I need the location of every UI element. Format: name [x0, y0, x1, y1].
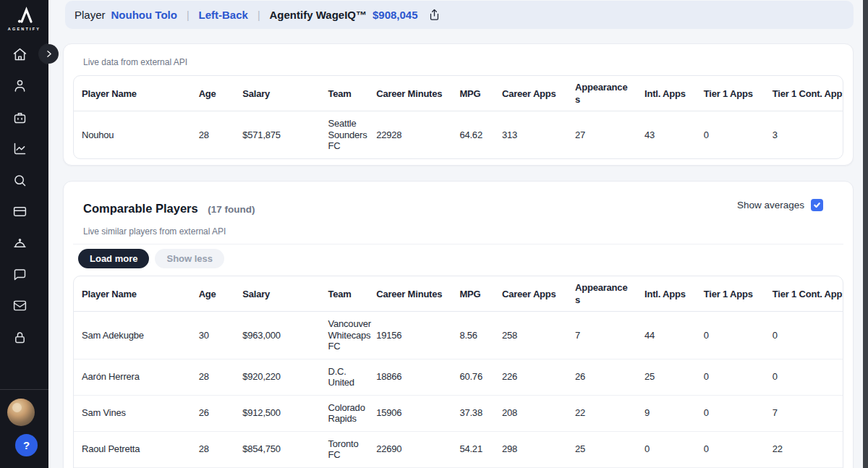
table-cell: 3: [765, 111, 843, 158]
app-logo-text: AGENTIFY: [0, 27, 48, 31]
separator: |: [187, 9, 190, 21]
column-header: MPG: [451, 76, 494, 111]
column-header: Appearances: [567, 76, 637, 111]
share-button[interactable]: [428, 9, 441, 21]
live-data-subtitle: Live data from external API: [83, 57, 843, 67]
table-cell: 22: [567, 395, 637, 431]
column-header: Tier 1 Apps: [696, 276, 765, 312]
comparable-players-count: (17 found): [208, 204, 255, 215]
table-cell: 313: [494, 111, 567, 158]
sidebar-divider: [0, 389, 48, 390]
sidebar-item-search[interactable]: [7, 167, 33, 193]
credit-card-icon: [12, 204, 27, 219]
column-header: Career Minutes: [368, 76, 451, 111]
table-header-row: Player NameAgeSalaryTeamCareer MinutesMP…: [74, 276, 843, 312]
column-header: Tier 1 Cont. Apps: [765, 276, 843, 312]
table-cell: Toronto FC: [320, 431, 369, 467]
table-cell: $854,750: [234, 431, 320, 467]
sidebar-item-security[interactable]: [7, 324, 33, 350]
table-cell: 7: [567, 312, 637, 359]
player-name-link[interactable]: Nouhou Tolo: [111, 9, 177, 21]
table-cell: Nouhou: [74, 111, 191, 158]
table-cell: 0: [696, 312, 765, 359]
table-cell: 54.21: [451, 431, 494, 467]
sidebar-collapse-button[interactable]: [39, 44, 59, 64]
divider: [73, 244, 843, 244]
table-cell: 18866: [368, 359, 451, 395]
bot-icon: [12, 110, 27, 125]
table-cell: $571,875: [234, 111, 320, 158]
table-cell: D.C. United: [320, 359, 369, 395]
sidebar-item-players[interactable]: [7, 72, 33, 98]
table-cell: 0: [637, 431, 696, 467]
sidebar-item-billing[interactable]: [7, 198, 33, 224]
table-cell: 28: [191, 431, 235, 467]
separator: |: [258, 9, 260, 21]
table-cell: 0: [765, 312, 843, 359]
column-header: Tier 1 Apps: [696, 76, 765, 111]
player-table: Player NameAgeSalaryTeamCareer MinutesMP…: [74, 76, 843, 158]
load-more-button[interactable]: Load more: [78, 249, 149, 268]
table-row: Aarón Herrera28$920,220D.C. United188666…: [74, 359, 843, 395]
sidebar-item-agent[interactable]: [7, 104, 33, 130]
sidebar: AGENTIFY ?: [0, 0, 48, 468]
table-cell: 8.56: [451, 312, 494, 359]
sidebar-item-chat[interactable]: [7, 261, 33, 287]
column-header: Intl. Apps: [637, 276, 696, 312]
help-button[interactable]: ?: [15, 434, 38, 456]
comparable-table-container: Player NameAgeSalaryTeamCareer MinutesMP…: [73, 276, 843, 468]
column-header: Tier 1 Cont. Apps: [765, 76, 843, 111]
column-header: Appearances: [567, 276, 637, 312]
table-cell: 28: [191, 359, 235, 395]
player-summary-bar: Player Nouhou Tolo | Left-Back | Agentif…: [65, 1, 854, 29]
table-cell: 258: [494, 312, 567, 359]
table-cell: 60.76: [451, 359, 494, 395]
table-cell: Colorado Rapids: [320, 395, 369, 431]
user-icon: [12, 78, 27, 93]
comparable-players-header: Comparable Players (17 found) Show avera…: [83, 182, 833, 217]
position-link[interactable]: Left-Back: [199, 9, 248, 21]
app-logo: AGENTIFY: [0, 6, 48, 31]
column-header: Age: [191, 276, 235, 312]
column-header: Intl. Apps: [637, 76, 696, 111]
column-header: Career Minutes: [368, 276, 451, 312]
table-cell: 15906: [368, 395, 451, 431]
table-cell: 26: [567, 359, 637, 395]
sidebar-item-inbox[interactable]: [7, 292, 33, 318]
table-cell: 26: [191, 395, 235, 431]
table-cell: 22928: [368, 111, 451, 158]
show-averages-checkbox[interactable]: [811, 199, 823, 211]
wage-value-link[interactable]: $908,045: [373, 9, 418, 21]
comparable-players-title: Comparable Players: [83, 202, 198, 215]
sidebar-item-analytics[interactable]: [7, 135, 33, 161]
share-icon: [428, 9, 441, 21]
vertical-scrollbar[interactable]: [863, 0, 868, 468]
table-cell: 64.62: [451, 111, 494, 158]
show-less-button[interactable]: Show less: [155, 249, 224, 268]
table-cell: 28: [191, 111, 235, 158]
table-cell: 19156: [368, 312, 451, 359]
table-cell: 25: [567, 431, 637, 467]
table-header-row: Player NameAgeSalaryTeamCareer MinutesMP…: [74, 76, 843, 111]
checkmark-icon: [813, 201, 821, 209]
sidebar-item-notifications[interactable]: [7, 230, 33, 256]
table-cell: 7: [765, 395, 843, 431]
column-header: Career Apps: [494, 76, 567, 111]
column-header: Salary: [234, 76, 320, 111]
table-cell: 30: [191, 312, 235, 359]
table-cell: Seattle Sounders FC: [320, 111, 369, 158]
show-averages-control: Show averages: [737, 199, 823, 211]
player-label: Player: [75, 9, 106, 21]
sidebar-item-home[interactable]: [7, 41, 33, 67]
column-header: Player Name: [74, 76, 191, 111]
comparable-players-table: Player NameAgeSalaryTeamCareer MinutesMP…: [74, 276, 843, 468]
table-cell: 25: [637, 359, 696, 395]
table-cell: 298: [494, 431, 567, 467]
table-row: Raoul Petretta28$854,750Toronto FC226905…: [74, 431, 843, 467]
agentify-logo-icon: [14, 6, 35, 26]
table-cell: 0: [696, 431, 765, 467]
user-avatar[interactable]: [7, 399, 35, 426]
table-cell: 37.38: [451, 395, 494, 431]
column-header: Player Name: [74, 276, 191, 312]
table-actions: Load more Show less: [78, 249, 843, 268]
